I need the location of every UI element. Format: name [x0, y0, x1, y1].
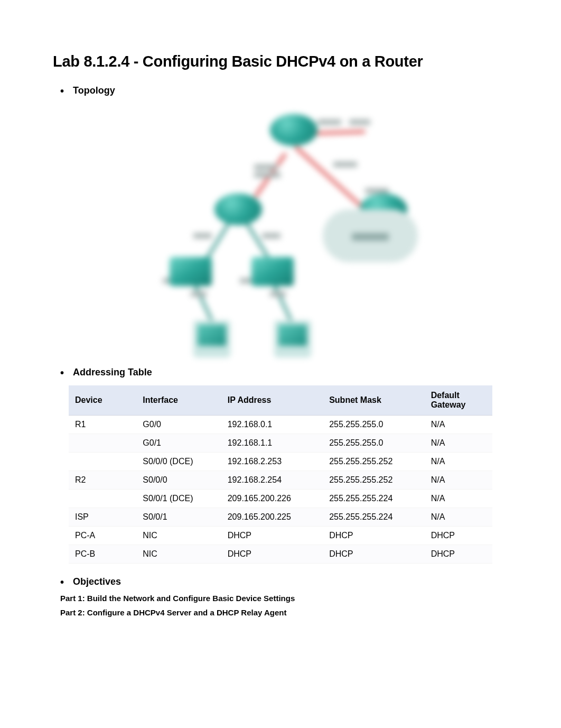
cell-mask: 255.255.255.252: [323, 453, 424, 471]
table-row: ISP S0/0/1 209.165.200.225 255.255.255.2…: [69, 508, 492, 527]
cell-interface: S0/0/1 (DCE): [136, 490, 221, 508]
table-row: S0/0/0 (DCE) 192.168.2.253 255.255.255.2…: [69, 453, 492, 471]
cell-device: PC-B: [69, 545, 136, 564]
col-header-interface: Interface: [136, 385, 221, 416]
cell-interface: S0/0/0: [136, 471, 221, 490]
cell-gateway: N/A: [425, 416, 492, 434]
cell-interface: NIC: [136, 545, 221, 564]
col-header-device: Device: [69, 385, 136, 416]
col-header-ip: IP Address: [221, 385, 323, 416]
cell-device: R1: [69, 416, 136, 434]
cloud-icon: [323, 209, 418, 262]
cell-ip: 209.165.200.226: [221, 490, 323, 508]
cell-interface: S0/0/1: [136, 508, 221, 527]
table-row: PC-A NIC DHCP DHCP DHCP: [69, 527, 492, 545]
section-heading-addressing: Addressing Table: [73, 367, 508, 378]
cell-interface: G0/0: [136, 416, 221, 434]
page-title: Lab 8.1.2.4 - Configuring Basic DHCPv4 o…: [53, 53, 508, 70]
cell-mask: DHCP: [323, 527, 424, 545]
cell-mask: 255.255.255.0: [323, 416, 424, 434]
table-row: R2 S0/0/0 192.168.2.254 255.255.255.252 …: [69, 471, 492, 490]
switch-icon: [170, 257, 212, 286]
cell-mask: 255.255.255.224: [323, 490, 424, 508]
cell-interface: G0/1: [136, 434, 221, 453]
table-header-row: Device Interface IP Address Subnet Mask …: [69, 385, 492, 416]
objective-part: Part 2: Configure a DHCPv4 Server and a …: [60, 608, 508, 617]
cell-device: [69, 434, 136, 453]
pc-icon: [193, 320, 230, 357]
table-row: R1 G0/0 192.168.0.1 255.255.255.0 N/A: [69, 416, 492, 434]
cell-interface: S0/0/0 (DCE): [136, 453, 221, 471]
section-heading-objectives: Objectives: [73, 576, 508, 587]
table-row: S0/0/1 (DCE) 209.165.200.226 255.255.255…: [69, 490, 492, 508]
cell-device: R2: [69, 471, 136, 490]
cell-gateway: N/A: [425, 434, 492, 453]
cell-mask: 255.255.255.224: [323, 508, 424, 527]
cell-gateway: N/A: [425, 471, 492, 490]
switch-icon: [251, 257, 294, 286]
cell-device: [69, 490, 136, 508]
cell-gateway: N/A: [425, 508, 492, 527]
cell-ip: 209.165.200.225: [221, 508, 323, 527]
cell-gateway: N/A: [425, 453, 492, 471]
section-heading-topology: Topology: [73, 85, 508, 96]
router-icon: [270, 114, 317, 146]
col-header-mask: Subnet Mask: [323, 385, 424, 416]
cell-ip: DHCP: [221, 527, 323, 545]
router-icon: [214, 193, 262, 225]
cell-ip: 192.168.2.253: [221, 453, 323, 471]
cell-gateway: N/A: [425, 490, 492, 508]
cell-ip: 192.168.0.1: [221, 416, 323, 434]
cell-device: [69, 453, 136, 471]
cell-device: PC-A: [69, 527, 136, 545]
cell-mask: 255.255.255.252: [323, 471, 424, 490]
cell-mask: 255.255.255.0: [323, 434, 424, 453]
cell-ip: 192.168.2.254: [221, 471, 323, 490]
topology-diagram: [53, 104, 508, 352]
cell-ip: 192.168.1.1: [221, 434, 323, 453]
cell-device: ISP: [69, 508, 136, 527]
addressing-table: Device Interface IP Address Subnet Mask …: [69, 385, 492, 564]
table-row: PC-B NIC DHCP DHCP DHCP: [69, 545, 492, 564]
cell-gateway: DHCP: [425, 545, 492, 564]
cell-interface: NIC: [136, 527, 221, 545]
objective-part: Part 1: Build the Network and Configure …: [60, 594, 508, 603]
cell-gateway: DHCP: [425, 527, 492, 545]
col-header-gateway: Default Gateway: [425, 385, 492, 416]
pc-icon: [274, 320, 311, 357]
cell-ip: DHCP: [221, 545, 323, 564]
table-row: G0/1 192.168.1.1 255.255.255.0 N/A: [69, 434, 492, 453]
cell-mask: DHCP: [323, 545, 424, 564]
